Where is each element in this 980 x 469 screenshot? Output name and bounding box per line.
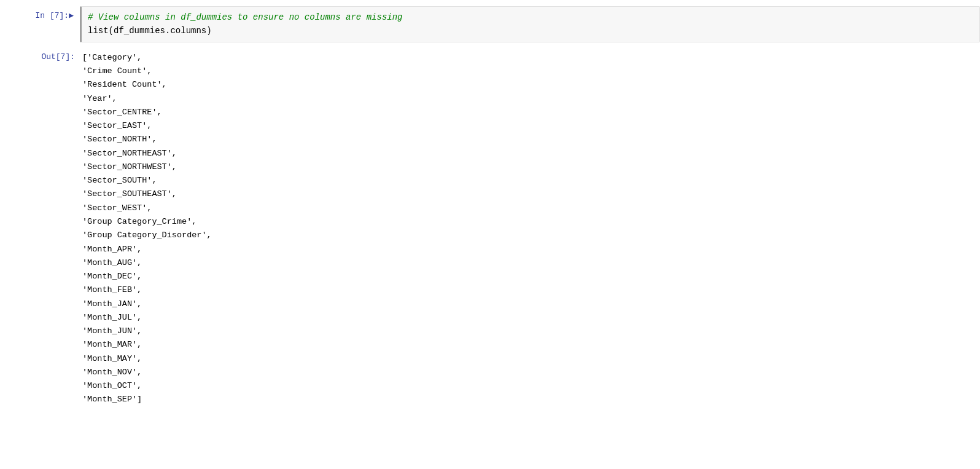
output-line: 'Year', [82,92,974,106]
input-label: In [7]: [36,10,69,23]
run-indicator[interactable]: ▶ [69,10,74,23]
output-label-area: Out[7]: [0,47,80,411]
output-line: 'Month_MAR', [82,338,974,352]
output-cell-content: ['Category', 'Crime Count', 'Resident Co… [80,47,980,411]
output-line: 'Group Category_Disorder', [82,229,974,242]
input-cell-content[interactable]: # View columns in df_dummies to ensure n… [80,6,980,42]
output-line: 'Sector_EAST', [82,119,974,133]
output-line: 'Month_FEB', [82,283,974,297]
code-comment: # View columns in df_dummies to ensure n… [88,10,973,24]
input-label-area: In [7]: ▶ [0,6,80,42]
output-line: ['Category', [82,51,974,65]
output-lines: ['Category', 'Crime Count', 'Resident Co… [82,51,974,407]
output-line: 'Month_SEP'] [82,393,974,406]
output-line: 'Month_APR', [82,243,974,256]
output-line: 'Sector_CENTRE', [82,106,974,119]
input-cell: In [7]: ▶ # View columns in df_dummies t… [0,6,980,42]
output-line: 'Sector_SOUTHEAST', [82,187,974,201]
output-line: 'Sector_NORTHWEST', [82,160,974,174]
output-line: 'Month_MAY', [82,352,974,366]
output-line: 'Month_JAN', [82,298,974,311]
output-line: 'Sector_NORTHEAST', [82,147,974,160]
output-line: 'Group Category_Crime', [82,215,974,229]
output-line: 'Sector_SOUTH', [82,174,974,187]
output-line: 'Crime Count', [82,65,974,78]
output-line: 'Sector_WEST', [82,202,974,215]
output-cell: Out[7]: ['Category', 'Crime Count', 'Res… [0,47,980,411]
output-line: 'Month_JUN', [82,325,974,338]
notebook-container: In [7]: ▶ # View columns in df_dummies t… [0,0,980,469]
output-line: 'Sector_NORTH', [82,133,974,146]
output-label: Out[7]: [41,51,75,64]
output-line: 'Month_DEC', [82,270,974,283]
output-line: 'Month_OCT', [82,379,974,393]
output-line: 'Month_AUG', [82,256,974,270]
output-line: 'Month_JUL', [82,311,974,325]
output-line: 'Resident Count', [82,78,974,92]
output-line: 'Month_NOV', [82,366,974,379]
code-line: list(df_dummies.columns) [88,24,973,37]
